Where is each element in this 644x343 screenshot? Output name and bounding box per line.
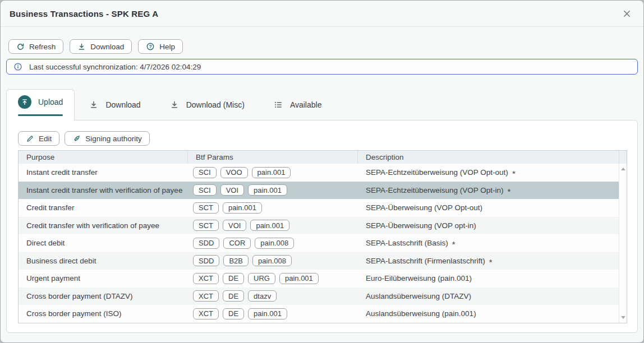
pencil-icon xyxy=(26,135,34,143)
toolbar: Refresh Download ? Help xyxy=(8,39,643,54)
tab-download[interactable]: Download xyxy=(75,89,155,120)
download-icon xyxy=(89,100,98,109)
close-icon xyxy=(623,10,631,18)
btf-param-chip: dtazv xyxy=(248,290,277,302)
btf-param-chip: pain.001 xyxy=(248,184,287,196)
description-text: SEPA-Überweisung (VOP opt-in) xyxy=(366,221,476,230)
purpose-cell: Credit transfer xyxy=(19,199,188,217)
table-row[interactable]: Instant credit transfer with verificatio… xyxy=(19,182,619,200)
tab-download-misc[interactable]: Download (Misc) xyxy=(155,89,259,120)
title-bar: Business Transactions - SPK REG A xyxy=(1,1,643,27)
table-row[interactable]: Cross border payment (DTAZV)XCTDEdtazvAu… xyxy=(19,288,619,305)
btf-params-cell: XCTDEpain.001 xyxy=(188,305,358,323)
column-header-purpose[interactable]: Purpose xyxy=(19,151,188,164)
table-body: Instant credit transferSCIVOOpain.001SEP… xyxy=(19,164,627,323)
vertical-scrollbar[interactable] xyxy=(619,164,627,323)
description-cell: SEPA-Echtzeitüberweisung (VOP Opt-in)* xyxy=(358,182,619,200)
btf-params-cell: SCTpain.001 xyxy=(188,199,358,217)
tab-download-misc-label: Download (Misc) xyxy=(186,100,245,109)
close-button[interactable] xyxy=(619,6,634,21)
table-row[interactable]: Business direct debitSDDB2Bpain.008SEPA-… xyxy=(19,252,619,270)
asterisk-marker: * xyxy=(452,239,456,249)
purpose-cell: Cross border payment (DTAZV) xyxy=(19,288,188,305)
btf-params-cell: XCTDEURGpain.001 xyxy=(188,270,358,288)
btf-param-chip: SCI xyxy=(193,184,217,196)
description-text: Auslandsüberweisung (DTAZV) xyxy=(366,292,471,300)
asterisk-marker: * xyxy=(489,257,493,267)
btf-param-chip: VOI xyxy=(220,184,244,196)
purpose-cell: Instant credit transfer xyxy=(19,164,188,182)
description-text: SEPA-Lastschrift (Firmenlastschrift) xyxy=(366,257,485,265)
download-icon xyxy=(77,43,86,51)
purpose-cell: Business direct debit xyxy=(19,252,188,270)
column-header-description[interactable]: Description xyxy=(358,151,619,164)
btf-param-chip: pain.001 xyxy=(252,167,291,178)
purpose-cell: Direct debit xyxy=(19,234,188,252)
description-cell: Auslandsüberweisung (DTAZV) xyxy=(358,288,619,305)
btf-param-chip: SCT xyxy=(193,220,219,231)
asterisk-marker: * xyxy=(512,169,516,178)
help-button[interactable]: ? Help xyxy=(138,39,183,54)
svg-text:?: ? xyxy=(149,44,152,49)
btf-params-cell: SCIVOIpain.001 xyxy=(188,182,358,200)
info-icon xyxy=(13,62,22,71)
table-row[interactable]: Instant credit transferSCIVOOpain.001SEP… xyxy=(19,164,619,182)
sync-info-bar: Last successful synchronization: 4/7/202… xyxy=(6,59,638,75)
signing-authority-label: Signing authority xyxy=(85,135,142,143)
btf-params-cell: SCTVOIpain.001 xyxy=(188,217,358,235)
refresh-button[interactable]: Refresh xyxy=(8,39,63,54)
purpose-cell: Cross border payment (ISO) xyxy=(19,305,188,323)
sync-info-text: Last successful synchronization: 4/7/202… xyxy=(29,63,201,71)
tab-bar: Upload Download Download (Misc) Availabl… xyxy=(6,89,638,120)
download-button[interactable]: Download xyxy=(70,39,132,54)
table-actions: Edit Signing authority xyxy=(18,131,627,146)
tab-upload[interactable]: Upload xyxy=(6,89,75,120)
btf-params-cell: SCIVOOpain.001 xyxy=(188,164,358,182)
btf-param-chip: SCT xyxy=(193,202,219,214)
download-icon xyxy=(170,100,179,109)
asterisk-marker: * xyxy=(508,187,511,196)
purpose-cell: Urgent payment xyxy=(19,270,188,288)
btf-param-chip: XCT xyxy=(193,308,219,319)
description-cell: SEPA-Lastschrift (Firmenlastschrift)* xyxy=(358,252,619,270)
help-label: Help xyxy=(159,43,175,51)
btf-param-chip: SCI xyxy=(193,167,217,178)
header-scrollbar-spacer xyxy=(619,151,627,164)
tab-available[interactable]: Available xyxy=(259,89,337,120)
transactions-table: Purpose Btf Params Description Instant c… xyxy=(18,150,627,323)
upload-tab-panel: Edit Signing authority Purpose Btf Param… xyxy=(6,120,638,333)
scroll-down-arrow[interactable] xyxy=(621,316,625,319)
table-row[interactable]: Cross border payment (ISO)XCTDEpain.001A… xyxy=(19,305,619,323)
refresh-label: Refresh xyxy=(29,43,56,51)
signing-authority-button[interactable]: Signing authority xyxy=(65,131,150,146)
btf-param-chip: COR xyxy=(223,238,251,249)
table-row[interactable]: Direct debitSDDCORpain.008SEPA-Lastschri… xyxy=(19,234,619,252)
column-header-btf-params[interactable]: Btf Params xyxy=(188,151,358,164)
btf-param-chip: DE xyxy=(223,273,244,284)
help-icon: ? xyxy=(146,42,155,51)
scroll-up-arrow[interactable] xyxy=(621,168,625,170)
description-cell: Euro-Eilüberweisung (pain.001) xyxy=(358,270,619,288)
description-text: SEPA-Lastschrift (Basis) xyxy=(366,239,448,247)
btf-param-chip: XCT xyxy=(193,273,219,284)
btf-params-cell: SDDCORpain.008 xyxy=(188,234,358,252)
edit-button[interactable]: Edit xyxy=(18,131,59,146)
pen-nib-icon xyxy=(72,135,81,143)
edit-label: Edit xyxy=(39,135,52,143)
btf-param-chip: pain.001 xyxy=(223,202,262,214)
description-cell: Auslandsüberweisung (pain.001) xyxy=(358,305,619,323)
btf-param-chip: pain.008 xyxy=(255,238,294,249)
table-row[interactable]: Credit transfer with verification of pay… xyxy=(19,217,619,235)
purpose-cell: Instant credit transfer with verificatio… xyxy=(19,182,188,200)
table-row[interactable]: Urgent paymentXCTDEURGpain.001Euro-Eilüb… xyxy=(19,270,619,288)
business-transactions-dialog: Business Transactions - SPK REG A Refres… xyxy=(0,0,644,343)
dialog-title: Business Transactions - SPK REG A xyxy=(10,9,158,18)
btf-params-cell: SDDB2Bpain.008 xyxy=(188,252,358,270)
btf-param-chip: pain.001 xyxy=(248,308,287,319)
description-text: Euro-Eilüberweisung (pain.001) xyxy=(366,274,472,282)
btf-param-chip: VOI xyxy=(223,220,246,231)
btf-param-chip: DE xyxy=(223,290,244,302)
btf-param-chip: VOO xyxy=(220,167,248,178)
table-row[interactable]: Credit transferSCTpain.001SEPA-Überweisu… xyxy=(19,199,619,217)
description-cell: SEPA-Überweisung (VOP Opt-out) xyxy=(358,199,619,217)
